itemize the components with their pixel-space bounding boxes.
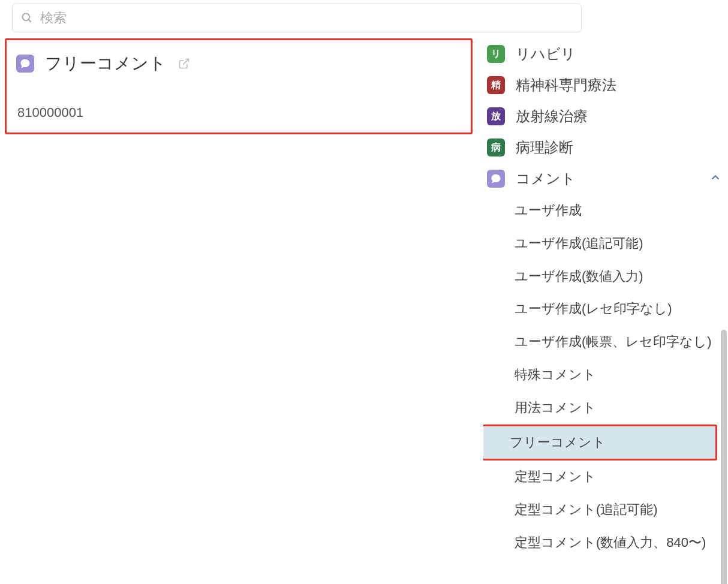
sub-item-user-create-form-noprint[interactable]: ユーザ作成(帳票、レセ印字なし): [510, 326, 728, 359]
sub-item-fixed-comment[interactable]: 定型コメント: [510, 460, 728, 493]
comment-title: フリーコメント: [45, 52, 166, 75]
category-label: 放射線治療: [516, 107, 588, 126]
category-label: 精神科専門療法: [516, 76, 616, 95]
free-comment-card: フリーコメント 810000001: [5, 38, 473, 134]
sub-item-user-create-noprint[interactable]: ユーザ作成(レセ印字なし): [510, 293, 728, 326]
sub-item-fixed-comment-numeric[interactable]: 定型コメント(数値入力、840〜): [510, 526, 728, 559]
category-label: 病理診断: [516, 138, 573, 157]
rehab-badge-icon: リ: [487, 45, 505, 63]
sidebar-category-rehab[interactable]: リ リハビリ: [483, 38, 728, 70]
main-layout: フリーコメント 810000001 リ リハビリ 精 精神科専門療法 放: [0, 38, 728, 580]
sub-item-special-comment[interactable]: 特殊コメント: [510, 359, 728, 392]
sub-item-user-create-append[interactable]: ユーザ作成(追記可能): [510, 227, 728, 260]
sub-item-user-create-numeric[interactable]: ユーザ作成(数値入力): [510, 260, 728, 293]
search-icon: [21, 12, 33, 24]
scrollbar-track[interactable]: [720, 42, 728, 584]
search-bar[interactable]: [12, 4, 582, 32]
sub-item-fixed-comment-append[interactable]: 定型コメント(追記可能): [510, 493, 728, 526]
psych-badge-icon: 精: [487, 76, 505, 94]
path-badge-icon: 病: [487, 139, 505, 156]
sub-item-usage-comment[interactable]: 用法コメント: [510, 392, 728, 425]
search-input[interactable]: [40, 10, 573, 26]
comment-code: 810000001: [17, 105, 465, 121]
sidebar: リ リハビリ 精 精神科専門療法 放 放射線治療 病 病理診断 コメント: [483, 38, 728, 580]
sidebar-category-comment[interactable]: コメント: [483, 163, 728, 194]
comment-header: フリーコメント: [13, 52, 465, 75]
sidebar-category-psych[interactable]: 精 精神科専門療法: [483, 70, 728, 101]
svg-point-0: [23, 14, 30, 21]
scrollbar-thumb[interactable]: [721, 330, 727, 584]
radio-badge-icon: 放: [487, 107, 505, 125]
comment-bubble-icon: [16, 55, 34, 73]
sub-item-free-comment[interactable]: フリーコメント: [483, 425, 717, 461]
external-link-icon[interactable]: [178, 58, 190, 70]
svg-line-1: [29, 20, 31, 22]
category-label: コメント: [516, 169, 576, 188]
comment-badge-icon: [487, 170, 505, 188]
sidebar-category-path[interactable]: 病 病理診断: [483, 132, 728, 163]
left-panel: フリーコメント 810000001: [0, 38, 473, 580]
sub-item-user-create[interactable]: ユーザ作成: [510, 194, 728, 227]
category-label: リハビリ: [516, 44, 576, 64]
comment-sub-items: ユーザ作成 ユーザ作成(追記可能) ユーザ作成(数値入力) ユーザ作成(レセ印字…: [483, 194, 728, 559]
sidebar-category-radio[interactable]: 放 放射線治療: [483, 101, 728, 132]
